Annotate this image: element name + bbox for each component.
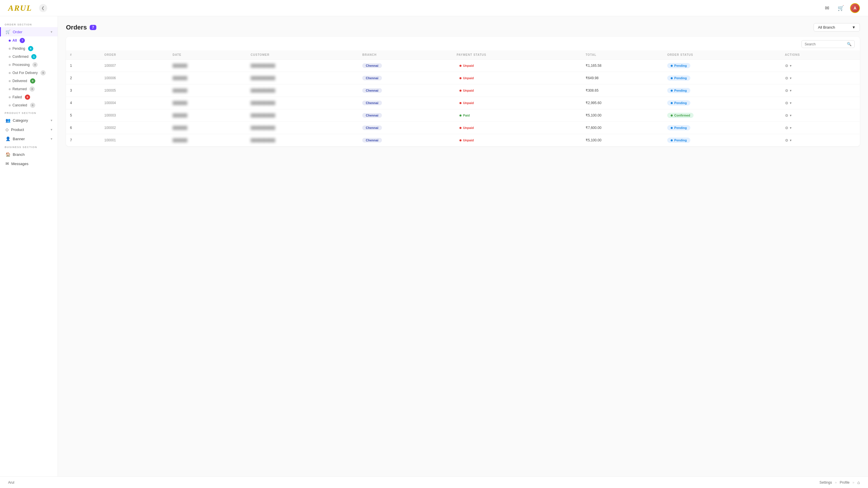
logo: ARUL [8,3,32,13]
sidebar-sub-processing[interactable]: Processing 0 [9,61,58,69]
cell-actions[interactable]: ⚙ ▼ [781,109,860,122]
cell-payment-status: Unpaid [453,122,582,134]
cell-actions[interactable]: ⚙ ▼ [781,122,860,134]
delivered-badge: 0 [30,78,35,84]
action-button[interactable]: ⚙ ▼ [785,64,792,68]
orders-count-badge: 7 [90,25,96,30]
cell-date: ██████ [169,72,247,85]
payment-dot [460,90,462,92]
settings-link[interactable]: Settings [819,481,832,485]
sidebar-sub-confirmed[interactable]: Confirmed 1 [9,53,58,61]
banner-icon: 👤 [5,136,10,141]
cell-total: ₹5,100.00 [582,134,663,147]
sidebar-sub-all[interactable]: All 7 [9,36,58,44]
cell-actions[interactable]: ⚙ ▼ [781,134,860,147]
cell-date: ██████ [169,60,247,72]
order-section-label: ORDER SECTION [0,21,58,27]
col-payment-status: PAYMENT STATUS [453,50,582,60]
table-search-row: 🔍 [66,37,860,50]
action-button[interactable]: ⚙ ▼ [785,101,792,105]
branch-icon: 🏠 [5,152,10,157]
cell-num: 4 [66,97,100,109]
bottombar-brand: Arul [8,481,14,485]
col-actions: ACTIONS [781,50,860,60]
action-button[interactable]: ⚙ ▼ [785,89,792,93]
action-button[interactable]: ⚙ ▼ [785,113,792,118]
bottombar: Arul Settings » Profile » ⌂ [0,477,868,488]
status-dot [671,90,673,92]
sidebar-item-product[interactable]: ◇ Product ▼ [0,125,58,134]
action-button[interactable]: ⚙ ▼ [785,126,792,130]
cell-date: ██████ [169,97,247,109]
col-order: ORDER [100,50,168,60]
cell-payment-status: Unpaid [453,60,582,72]
col-order-status: ORDER STATUS [663,50,781,60]
sidebar-item-banner[interactable]: 👤 Banner ▼ [0,134,58,143]
sidebar-sub-out-for-delivery[interactable]: Out For Delivery 0 [9,69,58,77]
status-dot [671,115,673,117]
search-box[interactable]: 🔍 [802,40,855,48]
cell-total: ₹7,600.00 [582,122,663,134]
sidebar-sub-pending[interactable]: Pending 6 [9,44,58,53]
order-arrow-icon: ▼ [50,30,53,34]
action-button[interactable]: ⚙ ▼ [785,76,792,80]
failed-badge: 0 [25,95,30,100]
cell-payment-status: Unpaid [453,97,582,109]
col-total: TOTAL [582,50,663,60]
cell-order[interactable]: 100006 [100,72,168,85]
cell-actions[interactable]: ⚙ ▼ [781,97,860,109]
search-input[interactable] [805,42,845,46]
sidebar-sub-canceled[interactable]: Canceled 0 [9,101,58,109]
cell-actions[interactable]: ⚙ ▼ [781,85,860,97]
pending-dot [9,48,11,50]
action-button[interactable]: ⚙ ▼ [785,138,792,142]
payment-dot [460,65,462,67]
sidebar-item-category[interactable]: 👥 Category ▼ [0,116,58,125]
confirmed-label: Confirmed [12,55,28,59]
product-label: Product [11,128,24,132]
sidebar-collapse-button[interactable]: ❮ [39,4,47,12]
profile-link[interactable]: Profile [840,481,849,485]
cell-order[interactable]: 100002 [100,122,168,134]
cell-total: ₹649.98 [582,72,663,85]
cell-order[interactable]: 100001 [100,134,168,147]
messages-label: Messages [11,162,28,166]
order-label: Order [13,30,22,34]
avatar[interactable]: A [850,3,860,13]
cell-actions[interactable]: ⚙ ▼ [781,72,860,85]
sidebar-sub-delivered[interactable]: Delivered 0 [9,77,58,85]
sidebar-sub-returned[interactable]: Returned 0 [9,85,58,93]
messages-icon: ✉ [5,161,9,166]
home-icon[interactable]: ⌂ [857,480,860,485]
cell-order[interactable]: 100003 [100,109,168,122]
cart-icon[interactable]: 🛒 [836,3,845,13]
topbar-icons: ✉ 🛒 A [822,3,860,13]
branch-dropdown[interactable]: All Branch ▼ [814,23,860,32]
search-icon: 🔍 [847,42,851,46]
cell-actions[interactable]: ⚙ ▼ [781,60,860,72]
order-submenu: All 7 Pending 6 Confirmed 1 Processing 0 [0,36,58,109]
cell-date: ██████ [169,122,247,134]
canceled-dot [9,104,11,106]
col-num: # [66,50,100,60]
cell-num: 6 [66,122,100,134]
cell-order[interactable]: 100005 [100,85,168,97]
mail-icon[interactable]: ✉ [822,3,832,13]
cell-order[interactable]: 100007 [100,60,168,72]
table-row: 7 100001 ██████ ██████████ Chennai Unpai… [66,134,860,147]
sidebar-sub-failed[interactable]: Failed 0 [9,93,58,101]
sidebar-item-order[interactable]: 🛒 Order ▼ [0,27,58,36]
out-for-delivery-badge: 0 [40,70,46,75]
cell-total: ₹2,995.60 [582,97,663,109]
sidebar-item-branch[interactable]: 🏠 Branch [0,150,58,159]
table-row: 2 100006 ██████ ██████████ Chennai Unpai… [66,72,860,85]
sidebar-item-messages[interactable]: ✉ Messages [0,159,58,168]
cell-order-status: Pending [663,134,781,147]
cell-branch: Chennai [358,97,453,109]
returned-badge: 0 [30,87,35,92]
banner-label: Banner [13,137,25,141]
cell-customer: ██████████ [247,122,358,134]
cell-order[interactable]: 100004 [100,97,168,109]
processing-badge: 0 [32,62,38,67]
status-dot [671,65,673,67]
